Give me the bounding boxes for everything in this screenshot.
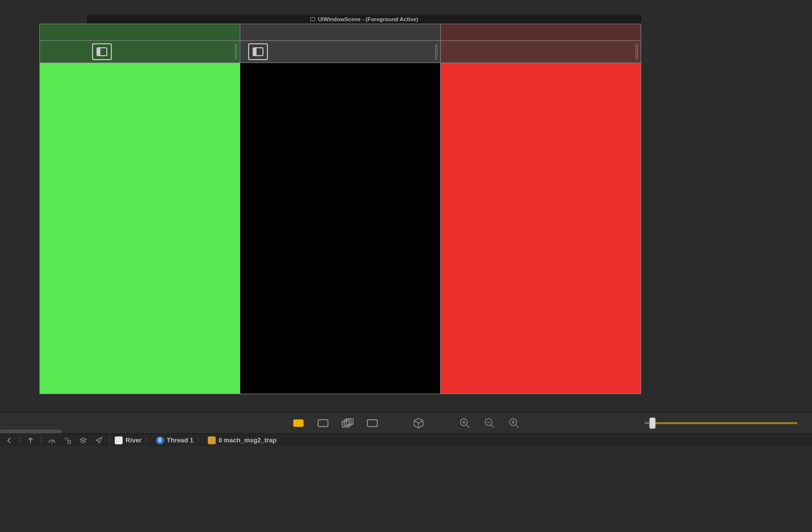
nav-back-button[interactable]: [4, 435, 15, 445]
breadcrumb-thread-label: Thread 1: [167, 436, 194, 444]
cube-icon: [413, 418, 424, 429]
svg-rect-1: [97, 48, 100, 56]
nav-up-button[interactable]: [25, 435, 36, 445]
sidebar-toggle-button[interactable]: [92, 43, 112, 60]
svg-point-22: [65, 438, 65, 439]
nav-divider: [636, 44, 638, 60]
mode-wireframe-button[interactable]: [317, 417, 329, 430]
statusbar-zone: [441, 24, 641, 41]
debug-breadcrumb-bar: River 〉 II Thread 1 〉 0 mach_msg2_trap: [0, 433, 812, 446]
slider-track: [645, 422, 650, 424]
arrow-up-icon: [27, 437, 34, 444]
rectangle-outline-icon: [318, 419, 328, 428]
sidebar-toggle-button[interactable]: [248, 43, 268, 60]
slider-track: [655, 422, 797, 424]
statusbar-zone: [40, 24, 240, 41]
navbar[interactable]: [240, 41, 440, 63]
chevron-right-icon: 〉: [196, 436, 203, 445]
magnify-plus-icon: [509, 418, 520, 429]
chevron-left-icon: [6, 437, 12, 443]
sidebar-left-icon: [97, 47, 107, 56]
divider: [20, 436, 20, 444]
navbar[interactable]: [441, 41, 641, 63]
navbar[interactable]: [40, 41, 240, 63]
svg-line-18: [516, 425, 519, 428]
view-canvas[interactable]: [39, 24, 641, 394]
clipped-rect-icon: [367, 419, 378, 428]
mode-content-button[interactable]: [292, 417, 305, 430]
svg-rect-9: [367, 420, 377, 427]
svg-line-11: [466, 425, 469, 428]
content-body[interactable]: [40, 63, 240, 394]
mode-clipped-button[interactable]: [366, 417, 379, 430]
viewdebug-button[interactable]: [78, 435, 89, 445]
orient-3d-button[interactable]: [412, 417, 425, 430]
divider: [109, 436, 110, 444]
scene-titlebar[interactable]: UIWindowScene - (Foreground Active): [87, 15, 641, 24]
breadcrumb-app[interactable]: River 〉: [115, 436, 151, 445]
explode-slider[interactable]: [645, 419, 797, 428]
zoom-actual-button[interactable]: [458, 417, 471, 430]
horizontal-scrollbar[interactable]: [0, 430, 62, 433]
breadcrumb-frame[interactable]: 0 mach_msg2_trap: [208, 436, 277, 444]
content-body[interactable]: [240, 63, 440, 394]
thread-pause-icon: II: [156, 436, 164, 444]
sidebar-left-icon: [253, 47, 263, 56]
column-red[interactable]: [441, 24, 641, 394]
spray-button[interactable]: [62, 435, 73, 445]
chevron-right-icon: 〉: [145, 436, 151, 445]
svg-rect-4: [293, 420, 303, 427]
window-scene-icon: [310, 17, 315, 21]
gauge-icon: [48, 437, 56, 444]
svg-rect-5: [318, 420, 328, 427]
app-icon: [115, 436, 123, 444]
rectangle-filled-icon: [293, 419, 304, 428]
svg-rect-3: [253, 48, 257, 56]
stackframe-icon: [208, 436, 216, 444]
svg-point-25: [67, 438, 68, 439]
svg-point-23: [66, 437, 67, 438]
debug-toolbar: [0, 412, 812, 433]
magnify-minus-icon: [484, 418, 495, 429]
slider-knob[interactable]: [650, 418, 655, 429]
breadcrumb-thread[interactable]: II Thread 1 〉: [156, 436, 203, 445]
zoom-out-button[interactable]: [483, 417, 496, 430]
nav-divider: [235, 44, 237, 60]
svg-point-24: [65, 439, 66, 440]
svg-line-15: [491, 425, 494, 428]
breadcrumb-app-label: River: [126, 436, 142, 444]
column-green[interactable]: [40, 24, 240, 394]
toolbar-center-group: [292, 417, 520, 430]
svg-point-10: [460, 419, 467, 426]
breadcrumb-frame-label: 0 mach_msg2_trap: [219, 436, 277, 444]
spray-icon: [64, 437, 71, 444]
mode-layers-button[interactable]: [341, 417, 354, 430]
content-body[interactable]: [441, 63, 641, 394]
svg-rect-26: [68, 440, 70, 443]
scene-title: UIWindowScene - (Foreground Active): [318, 16, 418, 22]
statusbar-zone: [240, 24, 440, 41]
gauge-button[interactable]: [46, 435, 57, 445]
stack3d-icon: [79, 437, 87, 444]
location-arrow-icon: [96, 437, 102, 444]
location-button[interactable]: [94, 435, 104, 445]
nav-divider: [435, 44, 437, 60]
magnify-equal-icon: [459, 418, 470, 429]
layers-stack-icon: [342, 418, 354, 428]
column-black[interactable]: [240, 24, 441, 394]
divider: [41, 436, 41, 444]
zoom-in-button[interactable]: [508, 417, 520, 430]
